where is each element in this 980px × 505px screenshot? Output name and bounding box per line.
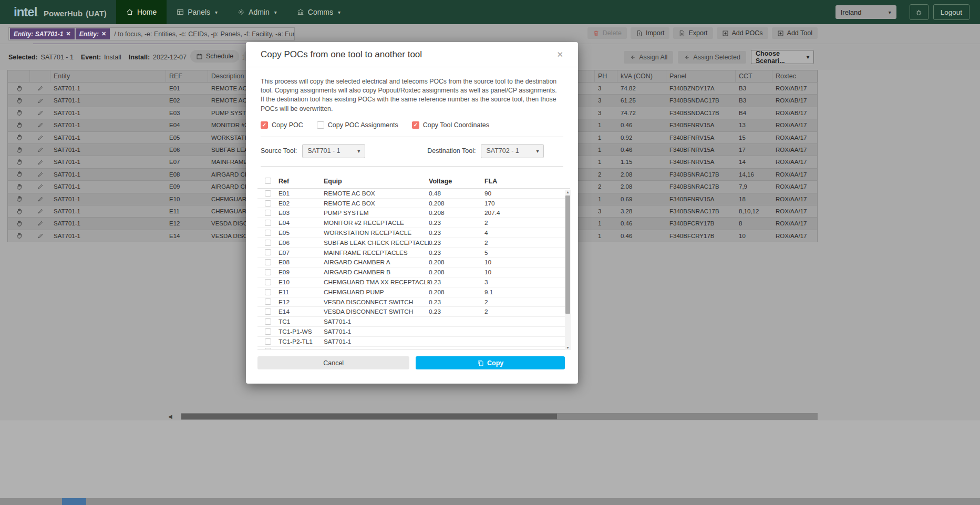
cancel-button[interactable]: Cancel (257, 356, 409, 369)
edit-icon[interactable] (30, 83, 50, 94)
plus-square-icon (777, 30, 784, 37)
row-checkbox[interactable] (257, 218, 278, 228)
horizontal-scrollbar[interactable] (181, 413, 818, 420)
drag-handle-icon[interactable] (8, 83, 30, 94)
add-pocs-button[interactable]: Add POCs (717, 27, 768, 39)
assign-selected-button[interactable]: Assign Selected (678, 51, 746, 64)
drag-handle-icon[interactable] (8, 181, 30, 192)
scroll-up-icon[interactable]: ▲ (565, 190, 571, 194)
cell-fla: 2 (484, 238, 564, 248)
edit-icon[interactable] (30, 193, 50, 205)
drag-handle-icon[interactable] (8, 218, 30, 229)
horizontal-scrollbar-thumb[interactable] (181, 414, 557, 419)
drag-handle-icon[interactable] (8, 169, 30, 180)
cell-panel: F340BSNRAC17B (666, 205, 736, 217)
drag-handle-icon[interactable] (8, 193, 30, 205)
select-all-checkbox[interactable] (257, 174, 278, 188)
vertical-scrollbar[interactable]: ▲ ▼ (565, 190, 571, 350)
drag-handle-icon[interactable] (8, 119, 30, 131)
drag-handle-icon[interactable] (8, 107, 30, 119)
drag-handle-icon[interactable] (8, 95, 30, 106)
filter-chip-entity-empty[interactable]: Entity: ✕ (76, 28, 110, 39)
remove-filter-icon[interactable]: ✕ (66, 30, 70, 37)
edit-icon[interactable] (30, 169, 50, 180)
drag-handle-icon[interactable] (8, 156, 30, 168)
poc-list-row: E09AIRGARD CHAMBER B0.20810 (257, 267, 570, 277)
checkbox-label: Copy Tool Coordinates (423, 121, 489, 129)
delete-button[interactable]: Delete (587, 27, 627, 39)
edit-icon[interactable] (30, 107, 50, 119)
drag-handle-icon[interactable] (8, 205, 30, 217)
row-checkbox[interactable] (257, 199, 278, 208)
row-checkbox[interactable] (257, 228, 278, 238)
row-checkbox[interactable] (257, 307, 278, 316)
assign-controls: Assign All Assign Selected Choose Scenar… (624, 50, 814, 64)
logout-button[interactable]: Logout (933, 4, 969, 20)
nav-item-home[interactable]: Home (116, 0, 167, 24)
nav-item-panels[interactable]: Panels ▾ (167, 0, 228, 24)
scroll-left-icon[interactable]: ◀ (168, 414, 172, 419)
checkbox-copy-tool-coordinates[interactable]: ✓Copy Tool Coordinates (412, 121, 489, 129)
export-button[interactable]: Export (673, 27, 713, 39)
selected-label: Selected: (8, 54, 38, 61)
checkbox-unchecked-icon[interactable] (317, 121, 324, 129)
row-checkbox[interactable] (257, 208, 278, 218)
checkbox-copy-poc-assignments[interactable]: Copy POC Assignments (317, 121, 398, 129)
edit-icon[interactable] (30, 205, 50, 217)
nav-item-label: Home (137, 8, 157, 16)
edit-icon[interactable] (30, 144, 50, 156)
close-icon[interactable]: ✕ (556, 50, 563, 59)
nav-item-label: Panels (188, 8, 210, 16)
checkbox-copy-poc[interactable]: ✓Copy POC (261, 121, 303, 129)
row-checkbox[interactable] (257, 238, 278, 248)
row-checkbox[interactable] (257, 248, 278, 257)
row-checkbox[interactable] (257, 189, 278, 198)
checkbox-checked-icon[interactable]: ✓ (261, 121, 268, 129)
row-checkbox[interactable] (257, 337, 278, 346)
scenario-select[interactable]: Choose Scenari... ▾ (751, 50, 814, 64)
row-checkbox[interactable] (257, 347, 278, 350)
row-checkbox[interactable] (257, 257, 278, 267)
import-button[interactable]: Import (631, 27, 669, 39)
edit-icon[interactable] (30, 119, 50, 131)
filter-chip-entity[interactable]: Entity: SAT701-1 ✕ (10, 28, 75, 39)
scroll-down-icon[interactable]: ▼ (565, 346, 571, 349)
row-checkbox[interactable] (257, 287, 278, 297)
vertical-scrollbar-thumb[interactable] (565, 195, 570, 314)
edit-icon[interactable] (30, 230, 50, 242)
row-checkbox[interactable] (257, 297, 278, 307)
edit-icon[interactable] (30, 132, 50, 143)
edit-icon[interactable] (30, 218, 50, 229)
cell-ref: E03 (166, 107, 208, 119)
nav-item-comms[interactable]: Comms ▾ (287, 0, 350, 24)
cell-ref: E08 (278, 257, 324, 267)
cell-roxtec: ROX/AA/17 (772, 132, 818, 143)
edit-icon[interactable] (30, 181, 50, 192)
schedule-button[interactable]: Schedule (190, 50, 239, 63)
source-tool-select[interactable]: SAT701 - 1 ▾ (302, 144, 365, 158)
drag-handle-icon[interactable] (8, 230, 30, 242)
add-tool-button[interactable]: Add Tool (772, 27, 818, 39)
bug-report-button[interactable] (910, 4, 929, 20)
nav-item-admin[interactable]: Admin ▾ (228, 0, 287, 24)
drag-handle-icon[interactable] (8, 132, 30, 143)
row-checkbox[interactable] (257, 277, 278, 287)
destination-tool-select[interactable]: SAT702 - 1 ▾ (481, 144, 544, 158)
row-checkbox[interactable] (257, 267, 278, 277)
row-checkbox[interactable] (257, 327, 278, 336)
search-input[interactable]: Entity: SAT701-1 ✕ Entity: ✕ / to focus,… (8, 27, 295, 40)
scenario-select-value: Choose Scenari... (756, 50, 806, 65)
filter-chip-label: Entity: (79, 30, 99, 38)
poc-list: Ref Equip Voltage FLA E01REMOTE AC BOX0.… (257, 174, 570, 350)
checkbox-checked-icon[interactable]: ✓ (412, 121, 419, 129)
cell-ph: 3 (595, 205, 617, 217)
drag-handle-icon[interactable] (8, 144, 30, 156)
remove-filter-icon[interactable]: ✕ (101, 30, 106, 37)
assign-all-button[interactable]: Assign All (624, 51, 673, 64)
copy-button[interactable]: Copy (416, 356, 565, 369)
edit-icon[interactable] (30, 95, 50, 106)
region-select[interactable]: Ireland ▾ (835, 5, 896, 19)
navbar-right: Ireland ▾ Logout (835, 4, 980, 20)
row-checkbox[interactable] (257, 317, 278, 326)
edit-icon[interactable] (30, 156, 50, 168)
